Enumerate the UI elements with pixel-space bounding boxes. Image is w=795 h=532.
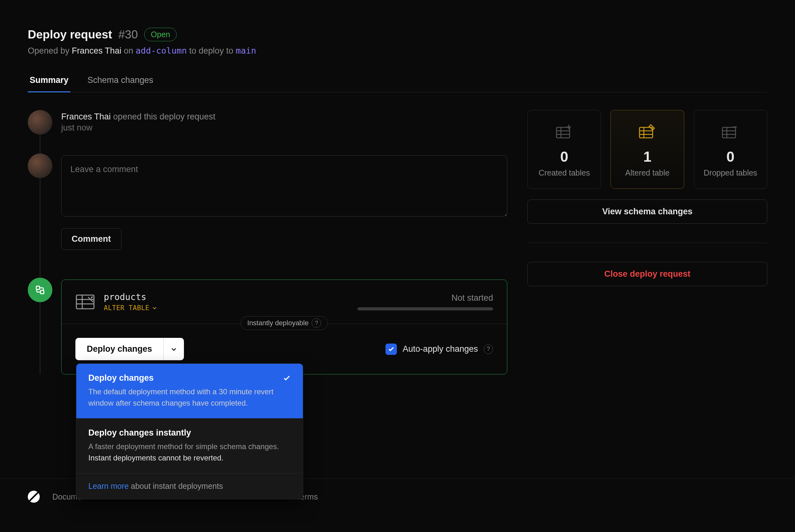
instant-badge-text: Instantly deployable xyxy=(247,319,309,327)
table-name: products xyxy=(104,292,157,302)
option-title: Deploy changes instantly xyxy=(88,428,191,438)
help-icon[interactable]: ? xyxy=(312,318,321,328)
svg-rect-0 xyxy=(36,286,40,290)
stat-number: 1 xyxy=(617,148,677,165)
check-icon xyxy=(388,346,395,353)
divider xyxy=(527,243,767,243)
stat-created-tables[interactable]: 0 Created tables xyxy=(527,110,601,189)
table-add-icon xyxy=(534,122,594,141)
on-text: on xyxy=(122,46,135,55)
deploy-card: products ALTER TABLE Not started xyxy=(61,280,507,375)
avatar xyxy=(28,110,52,135)
learn-more-link[interactable]: Learn more xyxy=(88,481,129,490)
tab-summary[interactable]: Summary xyxy=(28,69,70,92)
dropdown-option-default[interactable]: Deploy changes The default deployment me… xyxy=(76,364,303,419)
author-name: Frances Thai xyxy=(72,46,122,55)
instant-deployable-badge: Instantly deployable ? xyxy=(241,316,328,330)
auto-apply-row: Auto-apply changes ? xyxy=(385,344,493,355)
dropdown-option-instant[interactable]: Deploy changes instantly A faster deploy… xyxy=(76,419,303,473)
comment-input[interactable] xyxy=(61,155,507,216)
dropdown-footer: Learn more about instant deployments xyxy=(76,473,303,499)
stat-number: 0 xyxy=(700,148,761,165)
help-icon[interactable]: ? xyxy=(484,344,493,354)
table-remove-icon xyxy=(700,122,761,141)
option-description: The default deployment method with a 30 … xyxy=(88,386,291,409)
event-title: Frances Thai opened this deploy request xyxy=(61,112,507,122)
alter-table-icon xyxy=(75,293,95,311)
chevron-down-icon xyxy=(171,346,177,353)
source-branch-link[interactable]: add-column xyxy=(135,46,187,55)
deploy-options-dropdown: Deploy changes The default deployment me… xyxy=(76,363,303,499)
table-edit-icon xyxy=(617,122,677,141)
view-schema-changes-button[interactable]: View schema changes xyxy=(527,200,767,224)
option-desc-b: Instant deployments cannot be reverted. xyxy=(88,454,223,462)
tab-bar: Summary Schema changes xyxy=(28,69,767,92)
check-icon xyxy=(283,374,291,382)
svg-rect-16 xyxy=(722,127,736,138)
stat-label: Altered table xyxy=(617,168,677,178)
close-deploy-request-button[interactable]: Close deploy request xyxy=(527,262,767,286)
progress-bar xyxy=(358,307,493,310)
target-branch-link[interactable]: main xyxy=(236,46,256,55)
stat-label: Created tables xyxy=(534,168,594,178)
stat-number: 0 xyxy=(534,148,594,165)
stat-altered-tables[interactable]: 1 Altered table xyxy=(611,110,684,189)
status-badge: Open xyxy=(144,28,177,41)
subtitle: Opened by Frances Thai on add-column to … xyxy=(28,46,767,56)
auto-apply-label: Auto-apply changes xyxy=(402,344,478,354)
comment-button[interactable]: Comment xyxy=(61,228,122,250)
auto-apply-checkbox[interactable] xyxy=(385,344,397,355)
stat-dropped-tables[interactable]: 0 Dropped tables xyxy=(694,110,767,189)
svg-rect-1 xyxy=(41,290,44,294)
stat-label: Dropped tables xyxy=(700,168,761,178)
page-title: Deploy request xyxy=(28,28,112,41)
event-suffix: opened this deploy request xyxy=(111,112,215,121)
page-header: Deploy request #30 Open Opened by France… xyxy=(28,28,767,56)
avatar xyxy=(28,153,52,178)
request-number: #30 xyxy=(118,28,138,41)
deploy-options-caret[interactable] xyxy=(163,338,184,360)
event-time: just now xyxy=(61,123,507,133)
option-title: Deploy changes xyxy=(88,373,153,383)
opened-by-prefix: Opened by xyxy=(28,46,72,55)
option-description: A faster deployment method for simple sc… xyxy=(88,441,291,463)
chevron-down-icon xyxy=(152,305,157,310)
stats-row: 0 Created tables 1 Altered ta xyxy=(527,110,767,189)
svg-rect-12 xyxy=(639,127,653,138)
deploy-split-button: Deploy changes xyxy=(75,338,184,360)
deploy-changes-button[interactable]: Deploy changes xyxy=(75,338,163,360)
dropdown-footer-rest: about instant deployments xyxy=(129,481,223,490)
alter-table-label[interactable]: ALTER TABLE xyxy=(104,304,157,312)
logo-icon[interactable] xyxy=(28,491,40,503)
svg-rect-6 xyxy=(557,127,570,138)
option-desc-a: A faster deployment method for simple sc… xyxy=(88,442,279,451)
deploy-status-text: Not started xyxy=(358,293,493,303)
deploy-to-text: to deploy to xyxy=(187,46,236,55)
alter-label-text: ALTER TABLE xyxy=(104,304,149,312)
tab-schema-changes[interactable]: Schema changes xyxy=(86,69,155,92)
event-author: Frances Thai xyxy=(61,112,111,121)
deploy-badge-icon xyxy=(28,278,52,302)
